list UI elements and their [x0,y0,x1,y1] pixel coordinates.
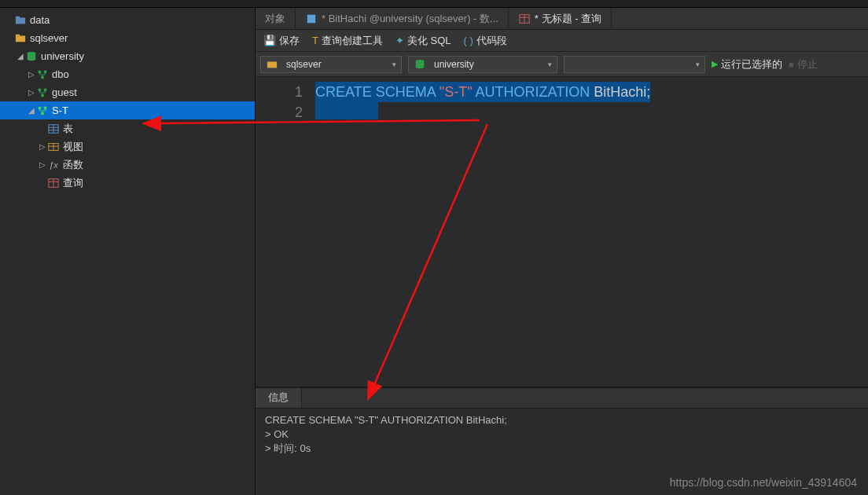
tree-item-st[interactable]: ◢ S-T [0,101,255,119]
tab-label: * 无标题 - 查询 [535,12,601,26]
schema-icon [36,86,49,99]
tab-query[interactable]: * 无标题 - 查询 [509,8,612,29]
svg-rect-8 [39,88,42,91]
tree-item-dbo[interactable]: ▷ dbo [0,65,255,83]
tree-label: S-T [52,104,68,116]
svg-rect-3 [16,34,20,36]
folder-icon [14,14,27,27]
tool-icon: T [312,35,318,46]
tab-info[interactable]: 信息 [256,388,302,408]
schema-icon [36,68,49,81]
dropdown-value: sqlsever [286,59,322,70]
run-selected-button[interactable]: ▶运行已选择的 [712,57,782,72]
chevron-down-icon: ▾ [548,60,552,68]
svg-rect-11 [39,106,42,109]
database-icon [25,50,38,63]
table-icon [47,123,60,135]
main-panel: 对象 * BitHachi @university (sqlsever) - 数… [256,8,868,495]
line-gutter: 1 2 [256,77,315,387]
svg-rect-9 [44,88,47,91]
twisty-icon[interactable]: ◢ [27,106,36,115]
svg-rect-7 [41,75,44,79]
schema-icon [36,104,49,117]
dropdown-value: university [434,59,474,70]
folder-icon [266,58,278,71]
button-label: 代码段 [476,34,507,48]
line-number: 1 [256,82,303,102]
sql-icon [305,13,318,25]
tree-label: sqlsever [30,32,68,44]
editor-tabs: 对象 * BitHachi @university (sqlsever) - 数… [256,8,868,30]
output-tabs: 信息 [256,388,868,409]
sparkle-icon: ✦ [395,35,404,46]
save-icon: 💾 [263,35,276,46]
extra-dropdown[interactable]: ▾ [564,56,705,73]
database-dropdown[interactable]: university▾ [408,56,557,73]
brackets-icon: ( ) [464,35,473,46]
connection-dropdown[interactable]: sqlsever▾ [260,56,402,73]
svg-rect-28 [267,61,277,68]
tree-label: data [30,14,50,26]
play-icon: ▶ [712,59,718,69]
button-label: 停止 [797,57,818,72]
object-explorer[interactable]: data sqlsever ◢ university ▷ dbo ▷ guest [0,8,256,495]
code-area[interactable]: CREATE SCHEMA "S-T" AUTHORIZATION BitHac… [315,77,868,387]
button-label: 美化 SQL [407,34,451,48]
folder-icon [14,32,27,45]
output-line: CREATE SCHEMA "S-T" AUTHORIZATION BitHac… [265,414,507,426]
svg-rect-5 [39,70,42,73]
tree-label: dbo [52,68,69,80]
toolbar-primary: 💾保存 T查询创建工具 ✦美化 SQL ( )代码段 [256,30,868,52]
tree-item-queries[interactable]: 查询 [0,174,255,192]
tree-label: guest [52,86,77,98]
tree-item-sqlsever[interactable]: sqlsever [0,29,255,47]
tab-label: 信息 [268,391,289,403]
view-icon [47,141,60,153]
svg-rect-6 [44,70,47,73]
twisty-icon[interactable]: ▷ [27,70,36,79]
button-label: 保存 [279,34,300,48]
line-number: 2 [256,102,303,123]
twisty-icon[interactable]: ▷ [38,160,47,169]
tree-item-functions[interactable]: ▷ ƒx 函数 [0,156,255,174]
code-line[interactable]: CREATE SCHEMA "S-T" AUTHORIZATION BitHac… [315,82,868,102]
svg-rect-2 [16,35,25,42]
titlebar-stub [0,0,868,8]
tree-item-data[interactable]: data [0,11,255,29]
svg-rect-0 [16,17,25,24]
svg-rect-1 [16,16,20,18]
tree-item-views[interactable]: ▷ 视图 [0,138,255,156]
svg-rect-10 [41,94,44,97]
twisty-icon[interactable]: ▷ [27,88,36,97]
query-builder-button[interactable]: T查询创建工具 [312,34,383,48]
svg-rect-13 [41,112,44,115]
tab-label: 对象 [265,12,285,26]
fx-icon: ƒx [47,159,60,171]
tab-sql[interactable]: * BitHachi @university (sqlsever) - 数... [296,8,509,29]
watermark: https://blog.csdn.net/weixin_43914604 [670,476,857,489]
database-icon [414,58,426,71]
tab-objects[interactable]: 对象 [256,8,296,29]
stop-icon: ■ [789,60,794,69]
tree-item-university[interactable]: ◢ university [0,47,255,65]
stop-button: ■停止 [789,57,818,72]
tree-item-tables[interactable]: 表 [0,119,255,138]
toolbar-connection: sqlsever▾ university▾ ▾ ▶运行已选择的 ■停止 [256,52,868,77]
chevron-down-icon: ▾ [392,60,396,68]
tab-label: * BitHachi @university (sqlsever) - 数... [322,12,498,26]
output-line: > OK [265,428,289,440]
snippet-button[interactable]: ( )代码段 [464,34,507,48]
twisty-icon[interactable]: ◢ [16,52,25,60]
tree-label: 表 [63,122,73,136]
twisty-icon[interactable]: ▷ [38,142,47,151]
tree-label: 视图 [63,140,83,154]
code-line[interactable] [315,102,868,125]
button-label: 运行已选择的 [721,57,782,72]
tree-item-guest[interactable]: ▷ guest [0,83,255,101]
query-icon [47,177,60,189]
tree-label: 函数 [63,158,83,172]
tree-label: university [41,50,84,62]
beautify-button[interactable]: ✦美化 SQL [395,34,451,48]
save-button[interactable]: 💾保存 [263,34,300,48]
sql-editor[interactable]: 1 2 CREATE SCHEMA "S-T" AUTHORIZATION Bi… [256,77,868,387]
